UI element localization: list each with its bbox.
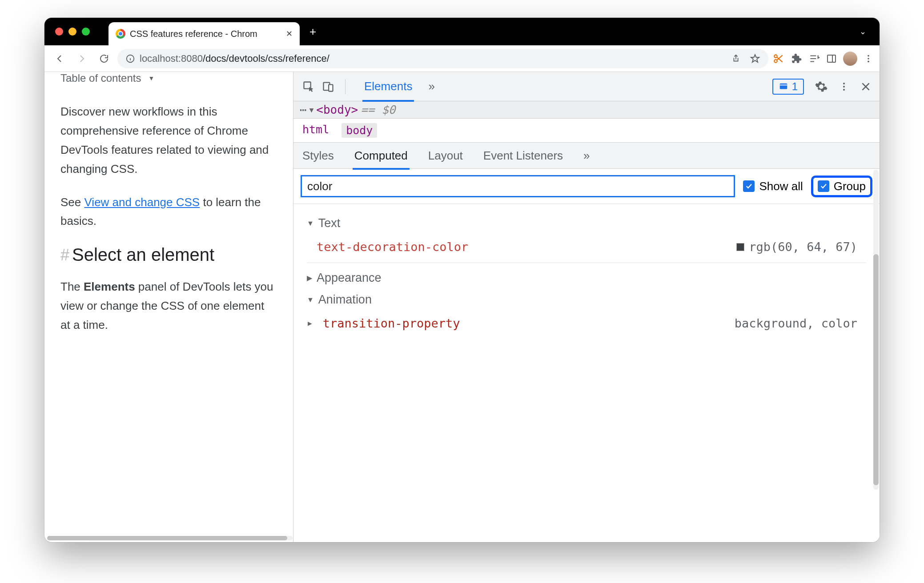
devtools-menu-icon[interactable]	[839, 81, 849, 92]
crumb-body[interactable]: body	[341, 123, 377, 138]
group-label: Group	[834, 180, 866, 193]
subtabs-overflow-icon[interactable]: »	[583, 144, 590, 168]
close-window-button[interactable]	[55, 28, 63, 36]
computed-filter-row: Show all Group	[293, 169, 880, 204]
svg-rect-13	[779, 83, 787, 89]
computed-panel: ▼ Text text-decoration-color rgb(60, 64,…	[293, 204, 880, 351]
divider	[345, 79, 345, 94]
bookmark-star-icon[interactable]	[750, 53, 760, 64]
group-animation-header[interactable]: ▼ Animation	[307, 293, 866, 307]
elements-panel-paragraph: The Elements panel of DevTools lets you …	[60, 277, 277, 335]
svg-point-9	[868, 60, 869, 62]
expand-triangle-icon[interactable]: ▶	[308, 319, 312, 327]
browser-toolbar: localhost:8080/docs/devtools/css/referen…	[44, 45, 880, 72]
chrome-logo-icon	[116, 29, 125, 39]
dom-tag: <body>	[316, 103, 358, 116]
browser-window: CSS features reference - Chrom ✕ + ⌄ loc…	[44, 18, 880, 542]
color-swatch-icon[interactable]	[736, 243, 744, 251]
tabs-overflow-icon[interactable]: »	[428, 72, 434, 100]
titlebar: CSS features reference - Chrom ✕ + ⌄	[44, 18, 880, 45]
browser-tab[interactable]: CSS features reference - Chrom ✕	[108, 22, 300, 45]
select-element-heading: # Select an element	[60, 245, 277, 265]
group-text-header[interactable]: ▼ Text	[307, 216, 866, 230]
svg-point-16	[843, 89, 845, 91]
show-all-checkbox[interactable]: Show all	[743, 180, 803, 193]
heading-anchor-icon[interactable]: #	[60, 246, 69, 264]
svg-point-8	[868, 58, 869, 60]
svg-point-4	[774, 60, 777, 63]
horizontal-scrollbar[interactable]	[47, 536, 293, 540]
expand-triangle-icon[interactable]: ▼	[309, 106, 314, 114]
share-icon[interactable]	[731, 54, 741, 64]
settings-gear-icon[interactable]	[815, 80, 828, 93]
profile-avatar[interactable]	[843, 52, 857, 66]
main-area: Table of contents ▼ Discover new workflo…	[44, 72, 880, 542]
subtab-computed[interactable]: Computed	[354, 144, 408, 168]
menu-kebab-icon[interactable]	[864, 54, 873, 64]
svg-point-3	[774, 55, 777, 57]
group-appearance-header[interactable]: ▶ Appearance	[307, 271, 866, 285]
device-toolbar-icon[interactable]	[321, 80, 335, 94]
dom-tree-row[interactable]: ⋯ ▼ <body> == $0	[293, 101, 880, 119]
reload-button[interactable]	[95, 50, 113, 68]
prop-text-decoration-color[interactable]: text-decoration-color rgb(60, 64, 67)	[307, 236, 866, 263]
expand-triangle-icon: ▼	[307, 220, 314, 228]
url-text: localhost:8080/docs/devtools/css/referen…	[140, 53, 329, 64]
see-paragraph: See View and change CSS to learn the bas…	[60, 193, 277, 231]
address-bar[interactable]: localhost:8080/docs/devtools/css/referen…	[117, 49, 768, 68]
extensions-icon[interactable]	[791, 53, 802, 64]
show-all-label: Show all	[759, 180, 803, 193]
tab-elements[interactable]: Elements	[364, 72, 412, 100]
group-appearance: ▶ Appearance	[307, 271, 866, 285]
new-tab-button[interactable]: +	[309, 25, 316, 39]
window-controls	[55, 28, 90, 36]
svg-point-7	[868, 55, 869, 56]
table-of-contents-toggle[interactable]: Table of contents ▼	[60, 72, 277, 84]
subtab-layout[interactable]: Layout	[428, 144, 463, 168]
maximize-window-button[interactable]	[82, 28, 90, 36]
expand-triangle-icon: ▼	[307, 296, 314, 304]
forward-button[interactable]	[73, 50, 91, 68]
filter-input[interactable]	[301, 175, 735, 197]
tabs-menu-chevron-icon[interactable]: ⌄	[860, 27, 871, 36]
dom-ellipsis: ⋯	[300, 103, 307, 116]
expand-triangle-icon: ▶	[307, 274, 312, 282]
site-info-icon[interactable]	[125, 54, 135, 64]
tab-close-icon[interactable]: ✕	[286, 29, 293, 39]
styles-subtabs: Styles Computed Layout Event Listeners »	[293, 142, 880, 169]
dom-breadcrumbs: html body	[293, 119, 880, 142]
back-button[interactable]	[51, 50, 68, 68]
devtools-header: Elements » 1	[293, 72, 880, 101]
group-text: ▼ Text text-decoration-color rgb(60, 64,…	[307, 216, 866, 263]
issues-count: 1	[792, 80, 798, 93]
intro-paragraph: Discover new workflows in this comprehen…	[60, 102, 277, 179]
subtab-event-listeners[interactable]: Event Listeners	[483, 144, 563, 168]
issues-badge[interactable]: 1	[772, 79, 804, 95]
tab-title: CSS features reference - Chrom	[130, 29, 281, 39]
toc-label: Table of contents	[60, 72, 141, 84]
group-animation: ▼ Animation ▶ transition-property backgr…	[307, 293, 866, 339]
crumb-html[interactable]: html	[302, 123, 329, 138]
prop-transition-property[interactable]: ▶ transition-property background, color	[307, 313, 866, 339]
chevron-down-icon: ▼	[148, 75, 154, 82]
svg-point-15	[843, 86, 845, 88]
scissors-icon[interactable]	[773, 53, 784, 64]
devtools-close-icon[interactable]	[860, 81, 872, 92]
svg-rect-5	[828, 55, 836, 62]
dom-ref: == $0	[361, 103, 395, 116]
reading-list-icon[interactable]	[808, 53, 820, 64]
page-content: Table of contents ▼ Discover new workflo…	[44, 72, 293, 542]
side-panel-icon[interactable]	[826, 53, 837, 64]
subtab-styles[interactable]: Styles	[302, 144, 334, 168]
svg-rect-12	[329, 84, 333, 91]
devtools-panel: Elements » 1 ⋯ ▼ <body> == $0	[293, 72, 880, 542]
group-checkbox[interactable]: Group	[811, 176, 872, 197]
inspect-element-icon[interactable]	[301, 80, 316, 94]
svg-point-14	[843, 83, 845, 84]
vertical-scrollbar[interactable]	[873, 170, 879, 490]
view-change-css-link[interactable]: View and change CSS	[84, 196, 200, 209]
minimize-window-button[interactable]	[68, 28, 76, 36]
